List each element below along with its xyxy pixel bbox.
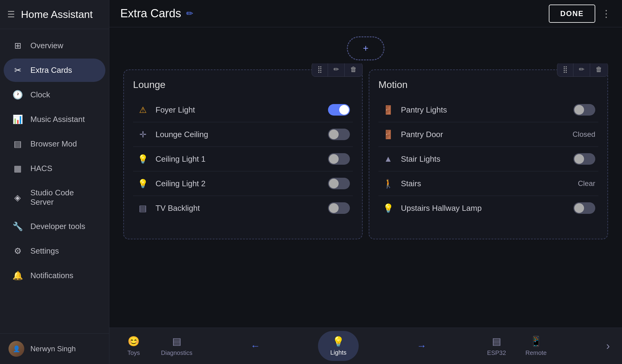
sidebar-item-extra-cards[interactable]: ✂ Extra Cards <box>4 59 105 82</box>
nav-icon-music-assistant: 📊 <box>12 114 23 124</box>
sidebar-item-browser-mod[interactable]: ▤ Browser Mod <box>4 132 105 156</box>
card-edit-btn-lounge[interactable]: ✏ <box>328 63 345 76</box>
card-delete-btn-lounge[interactable]: 🗑 <box>345 63 362 76</box>
bottom-nav-item-remote[interactable]: 📱 Remote <box>524 335 548 356</box>
card-wrapper-lounge: ⣿ ✏ 🗑 Lounge⚠Foyer Light✛Lounge Ceiling💡… <box>123 69 363 322</box>
bottom-nav: 😊 Toys ▤ Diagnostics ← 💡 Lights → ▤ ESP3… <box>109 328 622 364</box>
sidebar-item-music-assistant[interactable]: 📊 Music Assistant <box>4 108 105 131</box>
entity-name-tv-backlight: TV Backlight <box>156 204 322 213</box>
bottom-nav-icon-esp32: ▤ <box>492 335 501 347</box>
card-motion: Motion🚪Pantry Lights🚪Pantry DoorClosed▲S… <box>369 69 608 239</box>
bottom-nav-active-item[interactable]: 💡 Lights <box>318 331 358 361</box>
toggle-stair-lights[interactable] <box>573 153 595 165</box>
entity-icon-tv-backlight: ▤ <box>136 201 149 215</box>
toggle-foyer-light[interactable] <box>328 104 350 116</box>
user-name: Nerwyn Singh <box>30 345 76 353</box>
bottom-nav-icon-diagnostics: ▤ <box>172 335 181 347</box>
page-title: Extra Cards <box>120 7 181 20</box>
more-options-icon[interactable]: ⋮ <box>601 8 611 19</box>
nav-label-extra-cards: Extra Cards <box>30 66 72 75</box>
toggle-tv-backlight[interactable] <box>328 202 350 214</box>
sidebar-item-clock[interactable]: 🕐 Clock <box>4 83 105 106</box>
sidebar-item-studio-code-server[interactable]: ◈ Studio Code Server <box>4 181 105 214</box>
sidebar-item-overview[interactable]: ⊞ Overview <box>4 34 105 57</box>
card-title-motion: Motion <box>378 79 598 90</box>
card-drag-btn-motion[interactable]: ⣿ <box>557 63 573 76</box>
sidebar: ☰ Home Assistant ⊞ Overview ✂ Extra Card… <box>0 0 109 364</box>
entity-row-foyer-light: ⚠Foyer Light <box>133 98 353 122</box>
add-card-button[interactable]: + <box>347 36 385 60</box>
bottom-nav-label-remote: Remote <box>525 349 547 356</box>
nav-arrow-edge[interactable]: › <box>606 340 610 352</box>
card-edit-btn-motion[interactable]: ✏ <box>573 63 590 76</box>
nav-label-settings: Settings <box>30 246 59 256</box>
toggle-pantry-lights[interactable] <box>573 104 595 116</box>
nav-label-overview: Overview <box>30 41 63 50</box>
nav-icon-extra-cards: ✂ <box>12 65 23 75</box>
entity-state-stairs: Clear <box>578 179 595 188</box>
sidebar-item-hacs[interactable]: ▦ HACS <box>4 157 105 180</box>
card-delete-btn-motion[interactable]: 🗑 <box>590 63 608 76</box>
sidebar-footer: 👤 Nerwyn Singh <box>0 333 109 364</box>
bottom-nav-icon-toys: 😊 <box>128 335 140 347</box>
entity-name-pantry-door: Pantry Door <box>401 130 566 139</box>
content-area: + ⣿ ✏ 🗑 Lounge⚠Foyer Light✛Lounge Ceilin… <box>109 27 622 328</box>
entity-state-pantry-door: Closed <box>572 130 595 139</box>
entity-icon-pantry-door: 🚪 <box>381 128 395 141</box>
main-content: Extra Cards ✏ DONE ⋮ + ⣿ ✏ 🗑 Lounge⚠Foye… <box>109 0 622 364</box>
entity-icon-ceiling-light-2: 💡 <box>136 177 149 190</box>
card-toolbar-lounge: ⣿ ✏ 🗑 <box>312 63 363 77</box>
bottom-nav-item-toys[interactable]: 😊 Toys <box>121 335 146 356</box>
active-nav-label: Lights <box>330 349 346 356</box>
done-button[interactable]: DONE <box>549 5 595 23</box>
toggle-upstairs-hallway-lamp[interactable] <box>573 202 595 214</box>
cards-grid: ⣿ ✏ 🗑 Lounge⚠Foyer Light✛Lounge Ceiling💡… <box>109 63 622 328</box>
card-wrapper-motion: ⣿ ✏ 🗑 Motion🚪Pantry Lights🚪Pantry DoorCl… <box>369 69 608 322</box>
card-lounge: Lounge⚠Foyer Light✛Lounge Ceiling💡Ceilin… <box>123 69 363 239</box>
topbar-title-container: Extra Cards ✏ <box>120 7 549 20</box>
card-toolbar-motion: ⣿ ✏ 🗑 <box>557 63 608 77</box>
toggle-ceiling-light-1[interactable] <box>328 153 350 165</box>
entity-name-lounge-ceiling: Lounge Ceiling <box>156 130 322 139</box>
entity-icon-stairs: 🚶 <box>381 177 395 190</box>
sidebar-item-notifications[interactable]: 🔔 Notifications <box>4 264 105 287</box>
nav-icon-overview: ⊞ <box>12 41 23 51</box>
nav-arrow-left[interactable]: ← <box>250 340 260 352</box>
card-drag-btn-lounge[interactable]: ⣿ <box>312 63 328 76</box>
toggle-ceiling-light-2[interactable] <box>328 178 350 189</box>
active-nav-icon: 💡 <box>332 336 344 347</box>
nav-icon-settings: ⚙ <box>12 246 23 256</box>
nav-arrow-right[interactable]: → <box>417 340 426 352</box>
bottom-nav-label-esp32: ESP32 <box>487 349 506 356</box>
entity-icon-lounge-ceiling: ✛ <box>136 128 149 141</box>
edit-title-icon[interactable]: ✏ <box>186 8 193 19</box>
nav-icon-notifications: 🔔 <box>12 271 23 281</box>
bottom-nav-left-items: 😊 Toys ▤ Diagnostics <box>121 335 192 356</box>
avatar: 👤 <box>9 341 24 357</box>
sidebar-item-settings[interactable]: ⚙ Settings <box>4 239 105 263</box>
entity-row-tv-backlight: ▤TV Backlight <box>133 196 353 220</box>
sidebar-item-developer-tools[interactable]: 🔧 Developer tools <box>4 215 105 238</box>
nav-icon-studio-code-server: ◈ <box>12 193 23 203</box>
menu-icon[interactable]: ☰ <box>7 9 15 19</box>
bottom-nav-label-diagnostics: Diagnostics <box>161 349 192 356</box>
nav-label-music-assistant: Music Assistant <box>30 115 85 124</box>
toggle-lounge-ceiling[interactable] <box>328 129 350 140</box>
entity-name-ceiling-light-2: Ceiling Light 2 <box>156 179 322 188</box>
entity-icon-foyer-light: ⚠ <box>136 103 149 116</box>
nav-label-notifications: Notifications <box>30 271 73 280</box>
nav-label-browser-mod: Browser Mod <box>30 139 77 149</box>
bottom-nav-label-toys: Toys <box>127 349 140 356</box>
bottom-nav-item-esp32[interactable]: ▤ ESP32 <box>484 335 509 356</box>
entity-name-pantry-lights: Pantry Lights <box>401 105 567 115</box>
nav-icon-hacs: ▦ <box>12 163 23 174</box>
nav-label-clock: Clock <box>30 90 50 99</box>
entity-row-ceiling-light-1: 💡Ceiling Light 1 <box>133 147 353 171</box>
bottom-nav-item-diagnostics[interactable]: ▤ Diagnostics <box>161 335 192 356</box>
entity-name-upstairs-hallway-lamp: Upstairs Hallway Lamp <box>401 204 567 213</box>
entity-name-ceiling-light-1: Ceiling Light 1 <box>156 154 322 164</box>
entity-row-stairs: 🚶StairsClear <box>378 171 598 196</box>
entity-row-lounge-ceiling: ✛Lounge Ceiling <box>133 122 353 147</box>
entity-row-pantry-door: 🚪Pantry DoorClosed <box>378 122 598 147</box>
entity-icon-upstairs-hallway-lamp: 💡 <box>381 201 395 215</box>
